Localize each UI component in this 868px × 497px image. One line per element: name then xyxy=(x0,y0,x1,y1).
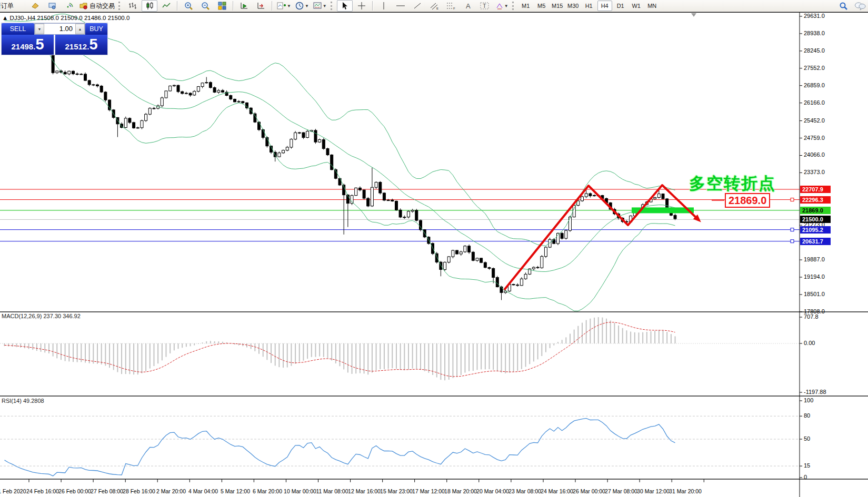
candle-body xyxy=(468,246,471,252)
equidistant-channel-icon[interactable]: E xyxy=(426,0,442,12)
market-watch-icon[interactable] xyxy=(27,0,43,12)
candle-body xyxy=(512,285,515,285)
candle-body xyxy=(282,150,285,153)
candle-body xyxy=(314,130,317,142)
candle-body xyxy=(565,230,567,238)
cursor-icon[interactable] xyxy=(337,0,353,12)
signal-icon[interactable] xyxy=(61,0,77,12)
indicators-icon[interactable]: ▼ xyxy=(275,0,293,12)
line-chart-icon[interactable] xyxy=(158,0,174,12)
candle-body xyxy=(492,268,495,277)
timeframe-d1[interactable]: D1 xyxy=(613,1,628,11)
buy-price-button[interactable]: 21512.5 xyxy=(55,35,107,55)
toolbar-grip xyxy=(118,2,122,10)
candle-body xyxy=(581,197,584,201)
volume-input[interactable]: 1.00 xyxy=(44,24,75,34)
candle-body xyxy=(480,258,483,262)
vertical-line-icon[interactable] xyxy=(376,0,392,12)
candle-body xyxy=(96,85,99,86)
hline-handle[interactable] xyxy=(791,240,794,243)
search-icon[interactable] xyxy=(835,0,851,12)
candle-body xyxy=(294,133,297,139)
candle-body xyxy=(161,98,163,106)
sell-price-button[interactable]: 21498.5 xyxy=(2,35,54,55)
lens-shape xyxy=(840,3,845,7)
buy-price-int: 21512 xyxy=(65,42,87,51)
timeframe-m15[interactable]: M15 xyxy=(550,1,565,11)
chevron-down-icon: ▼ xyxy=(287,4,291,8)
volume-down-button[interactable]: ▼ xyxy=(35,24,44,34)
candle-body xyxy=(193,92,196,95)
buy-tab[interactable]: BUY xyxy=(85,23,107,35)
candle-body xyxy=(165,91,167,98)
timeframe-h4[interactable]: H4 xyxy=(597,1,612,11)
text-icon[interactable]: A xyxy=(460,0,476,12)
candle-body xyxy=(189,93,192,95)
candlestick-chart-icon[interactable] xyxy=(142,0,157,12)
level-price-label[interactable]: 21869.0 xyxy=(725,193,770,208)
hline-handle[interactable] xyxy=(791,198,794,201)
trendline-icon[interactable] xyxy=(410,0,425,12)
symbol-info: ▲ DJ30-,H4 21508.0 21509.0 21486.0 21500… xyxy=(2,15,129,21)
cross-center-shape xyxy=(361,5,363,7)
timeframe-m5[interactable]: M5 xyxy=(534,1,549,11)
timeframe-w1[interactable]: W1 xyxy=(629,1,644,11)
sell-tab[interactable]: SELL xyxy=(2,23,34,35)
a-letter: A xyxy=(466,2,471,10)
terminal-icon[interactable] xyxy=(44,0,60,12)
candle-body xyxy=(217,90,220,92)
crosshair-icon[interactable] xyxy=(354,0,370,12)
signal-dot xyxy=(67,6,69,8)
auto-scroll-icon[interactable] xyxy=(236,0,252,12)
candle-body xyxy=(201,83,204,87)
candle-body xyxy=(262,130,264,138)
arrows-icon[interactable]: ▼ xyxy=(494,0,510,12)
symbol-marker-icon: ▲ xyxy=(2,15,8,21)
tile-windows-icon[interactable] xyxy=(214,0,230,12)
candle-body xyxy=(456,250,458,254)
fibo-f-letter: F xyxy=(453,7,455,10)
toolbar-separator xyxy=(177,1,178,11)
tile3 xyxy=(218,6,222,9)
candle-body xyxy=(399,210,402,217)
horizontal-line-icon[interactable] xyxy=(393,0,408,12)
chart-shift-icon[interactable] xyxy=(253,0,269,12)
timeframe-m30[interactable]: M30 xyxy=(566,1,581,11)
one-click-trading-panel: SELL ▼ 1.00 ▲ BUY 21498.5 21512.5 xyxy=(2,23,107,55)
tile1 xyxy=(218,2,222,5)
candle-body xyxy=(108,100,111,110)
chevron-down-icon: ▼ xyxy=(305,4,309,8)
candle-body xyxy=(254,114,256,122)
hline-handle[interactable] xyxy=(791,228,794,231)
timeframe-mn[interactable]: MN xyxy=(645,1,660,11)
ohlc-low: 21486.0 xyxy=(84,15,106,21)
volume-up-button[interactable]: ▲ xyxy=(75,24,85,34)
candle-body xyxy=(72,71,75,74)
autotrading-button[interactable]: 自动交易 xyxy=(78,2,116,11)
candle-body xyxy=(516,285,519,286)
bar-chart-icon[interactable] xyxy=(125,0,141,12)
timeframe-m1[interactable]: M1 xyxy=(518,1,533,11)
tile4 xyxy=(223,6,226,9)
chat-icon[interactable] xyxy=(852,0,868,12)
candle-body xyxy=(432,244,434,253)
timeframe-h1[interactable]: H1 xyxy=(582,1,596,11)
turning-point-annotation[interactable]: 多空转折点 xyxy=(689,173,776,195)
buy-price-frac: 5 xyxy=(89,36,97,53)
trend-zigzag[interactable] xyxy=(504,185,698,290)
fibonacci-icon[interactable]: F xyxy=(443,0,459,12)
zoom-out-icon[interactable] xyxy=(197,0,213,12)
candle-body xyxy=(242,102,244,103)
new-order-button[interactable]: 新订单 xyxy=(0,2,26,11)
candles-layer xyxy=(3,29,676,300)
plus-shape xyxy=(284,4,286,6)
candle-body xyxy=(84,74,87,80)
sell-price-frac: 5 xyxy=(35,36,44,53)
text-label-icon[interactable]: T xyxy=(477,0,493,12)
templates-icon[interactable]: ▼ xyxy=(312,0,328,12)
periods-icon[interactable]: ▼ xyxy=(294,0,311,12)
zoom-in-icon[interactable] xyxy=(181,0,196,12)
channel-e-letter: E xyxy=(436,7,438,10)
candle-body xyxy=(674,215,676,219)
candle-body xyxy=(286,147,288,150)
